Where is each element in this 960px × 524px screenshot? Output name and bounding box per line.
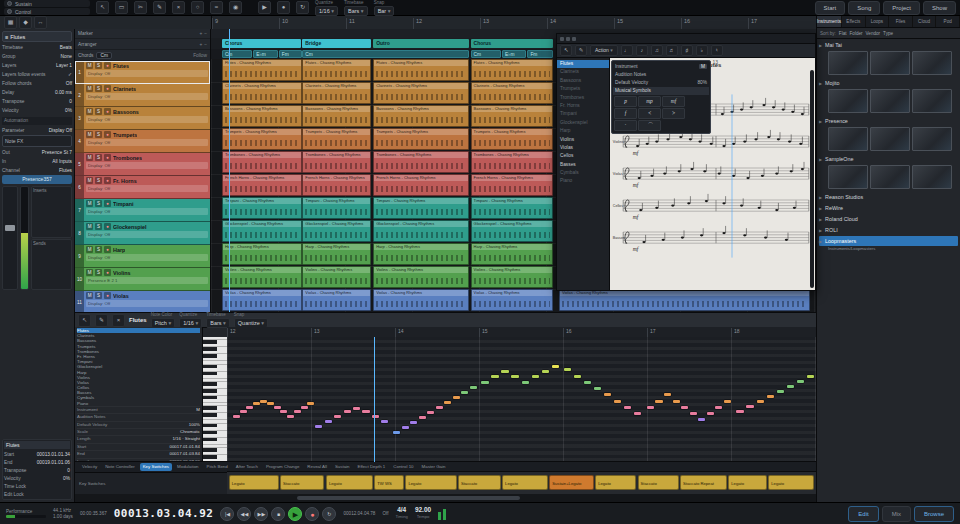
controller-lane-tab[interactable]: Velocity	[79, 463, 100, 471]
instrument-row[interactable]: Instrument M	[613, 62, 709, 70]
pr-property-row[interactable]: Scale Chromatic	[77, 428, 200, 435]
loop-button[interactable]: ↻	[322, 507, 336, 521]
midi-note[interactable]	[501, 370, 508, 373]
preset-thumbnail[interactable]	[912, 51, 952, 75]
articulation-event[interactable]: Staccato Repeat	[680, 475, 727, 490]
track-header[interactable]: 6 M S ● Fr. Horns Display: Off	[75, 176, 210, 199]
stop-button[interactable]: ■	[271, 507, 285, 521]
midi-note[interactable]	[315, 425, 322, 428]
solo-button[interactable]: S	[95, 108, 102, 115]
clip[interactable]: Flutes - Chasing Rhythms	[471, 59, 553, 81]
score-track-item[interactable]: Trombones	[557, 94, 609, 102]
mute-button[interactable]: M	[86, 85, 93, 92]
record-arm-button[interactable]: ●	[104, 292, 111, 299]
browser-tab[interactable]: Cloud	[913, 16, 937, 27]
clip[interactable]: French Horns - Chasing Rhythms	[471, 174, 553, 196]
preset-thumbnail[interactable]	[912, 89, 952, 113]
pr-property-row[interactable]: Start 00017.01.01.84	[77, 443, 200, 450]
mute-button[interactable]: M	[86, 108, 93, 115]
chord-root-dropdown[interactable]: Cm	[96, 52, 111, 59]
midi-note[interactable]	[664, 393, 671, 396]
sharp-icon[interactable]: ♯	[681, 45, 693, 56]
inspector-row[interactable]: Timebase Beats	[2, 43, 72, 51]
clip[interactable]: Trombones - Chasing Rhythms	[302, 151, 371, 173]
track-sub-row[interactable]: Display: Off	[86, 254, 208, 261]
window-dot-icon[interactable]	[566, 37, 570, 41]
articulation-event[interactable]: Legato	[405, 475, 456, 490]
record-arm-button[interactable]: ●	[104, 269, 111, 276]
clip[interactable]: Violas - Chasing Rhythms	[373, 289, 469, 311]
mute-button[interactable]: M	[86, 269, 93, 276]
pr-property-row[interactable]: Instrument M	[77, 406, 200, 413]
preset-thumbnail[interactable]	[870, 51, 910, 75]
pianoroll-grid[interactable]	[227, 337, 816, 462]
timebase-dropdown[interactable]: Bars	[344, 6, 368, 16]
browser-tab[interactable]: Pod	[936, 16, 960, 27]
articulation-event[interactable]: Legato	[229, 475, 279, 490]
natural-icon[interactable]: ♮	[711, 45, 723, 56]
clip[interactable]: Timpani - Chasing Rhythms	[222, 197, 302, 219]
play-button[interactable]: ▶	[288, 507, 302, 521]
song-page-button[interactable]: Song	[848, 1, 880, 15]
score-track-item[interactable]: Clarinets	[557, 68, 609, 76]
browser-item[interactable]: ▶ Presence	[819, 116, 958, 153]
midi-note[interactable]	[470, 386, 477, 389]
score-track-item[interactable]: Cellos	[557, 152, 609, 160]
musical-symbol-button[interactable]: ·	[614, 120, 637, 131]
controller-lane-tab[interactable]: Sustain	[332, 463, 353, 471]
pr-property-row[interactable]: Default Velocity 100%	[77, 421, 200, 428]
clip[interactable]: French Horns - Chasing Rhythms	[222, 174, 302, 196]
midi-note[interactable]	[307, 402, 314, 405]
erase-tool-icon[interactable]: ×	[112, 314, 125, 327]
clip[interactable]: Violins - Chasing Rhythms	[373, 266, 469, 288]
midi-note[interactable]	[280, 410, 287, 413]
track-sub-row[interactable]: Display: Off	[86, 208, 208, 215]
input-row[interactable]: In All Inputs	[2, 157, 72, 165]
sort-option[interactable]: Folder	[850, 31, 863, 36]
clip[interactable]: Trombones - Chasing Rhythms	[471, 151, 553, 173]
clip[interactable]: Flutes - Chasing Rhythms	[222, 59, 302, 81]
paint-tool-icon[interactable]: ✎	[95, 314, 108, 327]
clip[interactable]: Glockenspiel - Chasing Rhythms	[471, 220, 553, 242]
chord-event[interactable]: Cm	[302, 50, 468, 58]
marker-lane-header[interactable]: Marker +−	[75, 29, 210, 39]
mute-button[interactable]: M	[86, 131, 93, 138]
fader-cap[interactable]	[5, 225, 15, 231]
track-header[interactable]: 1 M S ● Flutes Display: Off	[75, 61, 210, 84]
clip[interactable]: Clarinets - Chasing Rhythms	[302, 82, 371, 104]
midi-note[interactable]	[542, 370, 549, 373]
action-dropdown[interactable]: Action	[590, 45, 618, 56]
clip[interactable]: French Horns - Chasing Rhythms	[302, 174, 371, 196]
autoscroll-icon[interactable]: ↔	[34, 16, 47, 29]
event-row[interactable]: Edit Lock	[4, 490, 70, 498]
magnet-icon[interactable]: ◆	[19, 16, 32, 29]
chord-lane-header[interactable]: Chords Cm Follow	[75, 50, 210, 61]
chord-event[interactable]: E♭m	[253, 50, 277, 58]
clip[interactable]: French Horns - Chasing Rhythms	[373, 174, 469, 196]
pencil-tool-icon[interactable]: ✎	[575, 45, 587, 56]
expand-chevron-icon[interactable]: ▶	[819, 206, 822, 211]
paint-tool-icon[interactable]: ✎	[153, 1, 166, 14]
track-header[interactable]: 5 M S ● Trombones Display: Off	[75, 153, 210, 176]
event-row[interactable]: Start 00013.01.01.34	[4, 450, 70, 458]
articulation-event[interactable]: Staccato	[458, 475, 501, 490]
track-sub-row[interactable]: Display: Off	[86, 162, 208, 169]
musical-symbol-button[interactable]: mp	[638, 96, 661, 107]
midi-note[interactable]	[690, 412, 697, 415]
midi-note[interactable]	[260, 400, 267, 403]
inspector-row[interactable]: Group None	[2, 52, 72, 60]
browser-item[interactable]: ▶ ReWire	[819, 203, 958, 213]
midi-note[interactable]	[491, 375, 498, 378]
note-eighth-icon[interactable]: ♪	[636, 45, 648, 56]
clip[interactable]: Violas - Chasing Rhythms	[222, 289, 302, 311]
score-editor-titlebar[interactable]	[557, 34, 815, 44]
preset-thumbnail[interactable]	[828, 165, 868, 189]
score-scrollbar[interactable]	[810, 70, 814, 288]
score-track-item[interactable]: Fr. Horns	[557, 102, 609, 110]
record-arm-button[interactable]: ●	[104, 108, 111, 115]
clip[interactable]: Bassoons - Chasing Rhythms	[222, 105, 302, 127]
preset-thumbnail[interactable]	[828, 127, 868, 151]
musical-symbol-button[interactable]: p	[614, 96, 637, 107]
listen-tool-icon[interactable]: ◉	[229, 1, 242, 14]
clip[interactable]: Clarinets - Chasing Rhythms	[373, 82, 469, 104]
